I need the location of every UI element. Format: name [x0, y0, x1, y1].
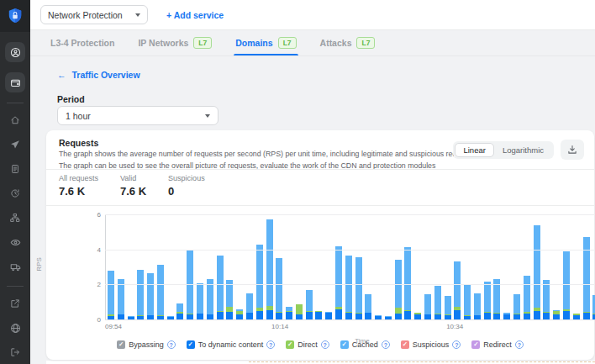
sidebar-item-delivery[interactable]: [5, 257, 25, 276]
bar-29[interactable]: [395, 260, 402, 319]
help-icon[interactable]: ?: [382, 340, 390, 349]
help-icon[interactable]: ?: [452, 340, 461, 349]
bar-21[interactable]: [315, 311, 322, 319]
bar-26[interactable]: [365, 294, 371, 319]
bar-24[interactable]: [345, 256, 352, 319]
bar-35[interactable]: [454, 261, 461, 319]
legend-item-redirect[interactable]: ✓Redirect?: [471, 340, 524, 349]
sidebar-item-network[interactable]: [5, 208, 25, 227]
legend-item-to-dynamic-content[interactable]: ✓To dynamic content?: [187, 340, 276, 349]
legend-item-direct[interactable]: ✓Direct?: [286, 340, 329, 349]
legend-checkbox[interactable]: ✓: [471, 340, 480, 349]
stat-suspicious: Suspicious0: [168, 174, 205, 198]
bar-36[interactable]: [464, 285, 471, 319]
back-to-traffic-overview[interactable]: ← Traffic Overview: [57, 70, 140, 80]
gridline-4: [105, 250, 595, 251]
sidebar-item-external[interactable]: [5, 294, 25, 313]
bar-34[interactable]: [445, 296, 451, 319]
add-service-button[interactable]: + Add service: [166, 10, 224, 20]
sidebar-item-monitoring[interactable]: [5, 233, 25, 251]
legend-checkbox[interactable]: ✓: [286, 340, 294, 349]
help-icon[interactable]: ?: [321, 340, 329, 349]
bar-41[interactable]: [513, 294, 520, 319]
bar-4[interactable]: [147, 273, 154, 319]
bar-45[interactable]: [553, 310, 560, 319]
bar-segment-to-dynamic-content: [543, 313, 550, 319]
help-icon[interactable]: ?: [515, 340, 524, 349]
bar-22[interactable]: [325, 312, 332, 319]
bar-23[interactable]: [335, 246, 342, 319]
bar-7[interactable]: [176, 303, 183, 319]
chart-bars: [108, 214, 595, 319]
service-select[interactable]: Network Protection: [40, 5, 148, 24]
period-select[interactable]: 1 hour: [57, 106, 219, 125]
bar-13[interactable]: [236, 309, 243, 319]
bar-segment-cached: [534, 225, 540, 309]
tab-ip-networks[interactable]: IP NetworksL7: [138, 30, 212, 55]
truck-icon: [10, 261, 21, 272]
sidebar-item-documents[interactable]: [5, 160, 25, 178]
legend-checkbox[interactable]: ✓: [117, 340, 125, 349]
app-logo[interactable]: [0, 0, 30, 32]
y-tick-6: 6: [97, 211, 101, 219]
bar-40[interactable]: [503, 313, 510, 319]
bar-segment-cached: [157, 265, 164, 314]
bar-17[interactable]: [276, 258, 282, 319]
bar-47[interactable]: [573, 314, 580, 319]
bar-12[interactable]: [226, 280, 233, 319]
bar-9[interactable]: [197, 283, 203, 319]
sidebar-divider: [7, 286, 24, 287]
bar-15[interactable]: [256, 245, 263, 319]
legend-item-bypassing[interactable]: ✓Bypassing?: [117, 340, 176, 349]
download-icon: [567, 145, 577, 155]
scale-option-logarithmic[interactable]: Logarithmic: [494, 143, 552, 157]
legend-checkbox[interactable]: ✓: [187, 340, 195, 349]
bar-43[interactable]: [534, 225, 540, 319]
legend-checkbox[interactable]: ✓: [401, 340, 409, 349]
bar-25[interactable]: [355, 257, 362, 319]
bar-14[interactable]: [246, 293, 253, 319]
sidebar-item-home[interactable]: [5, 111, 25, 129]
bar-19[interactable]: [296, 304, 303, 319]
bar-0[interactable]: [108, 271, 114, 319]
bar-46[interactable]: [563, 251, 570, 319]
bar-30[interactable]: [404, 247, 411, 319]
legend-item-cached[interactable]: ✓Cached?: [340, 340, 390, 349]
bar-segment-to-dynamic-content: [266, 310, 273, 319]
bar-31[interactable]: [414, 313, 421, 319]
tab-domains[interactable]: DomainsL7: [235, 30, 296, 55]
bar-3[interactable]: [137, 270, 144, 319]
external-link-icon: [10, 298, 20, 309]
bar-33[interactable]: [434, 286, 441, 319]
sidebar-item-language[interactable]: [5, 319, 25, 337]
bar-42[interactable]: [524, 276, 530, 319]
sidebar-item-profile[interactable]: [5, 42, 25, 62]
x-tick-0954: 09:54: [105, 323, 122, 330]
sidebar-item-dns[interactable]: [5, 135, 25, 154]
bar-44[interactable]: [543, 280, 550, 319]
scale-option-linear[interactable]: Linear: [455, 143, 493, 157]
sidebar-item-history[interactable]: [5, 184, 25, 203]
tab-attacks[interactable]: AttacksL7: [320, 30, 376, 55]
bar-38[interactable]: [484, 282, 491, 319]
download-button[interactable]: [561, 140, 584, 160]
bar-16[interactable]: [266, 219, 273, 319]
help-icon[interactable]: ?: [266, 340, 275, 349]
tab-l3-4-protection[interactable]: L3-4 Protection: [50, 30, 114, 55]
requests-chart[interactable]: 09:5410:1410:3410:53 Time 0246: [105, 214, 595, 319]
sidebar-item-logout[interactable]: [5, 343, 25, 361]
bar-11[interactable]: [217, 256, 224, 319]
chevron-down-icon: [205, 114, 210, 118]
legend-label: Bypassing: [129, 340, 164, 349]
legend-checkbox[interactable]: ✓: [340, 340, 349, 349]
bar-32[interactable]: [424, 294, 431, 319]
bar-20[interactable]: [306, 290, 313, 319]
legend-item-suspicious[interactable]: ✓Suspicious?: [401, 340, 461, 349]
bar-segment-to-dynamic-content: [325, 313, 332, 319]
sidebar-item-billing[interactable]: [5, 72, 25, 92]
help-icon[interactable]: ?: [167, 340, 176, 349]
bar-37[interactable]: [474, 293, 481, 319]
bar-18[interactable]: [286, 307, 292, 319]
bar-5[interactable]: [157, 265, 164, 319]
bar-segment-to-dynamic-content: [226, 312, 233, 319]
